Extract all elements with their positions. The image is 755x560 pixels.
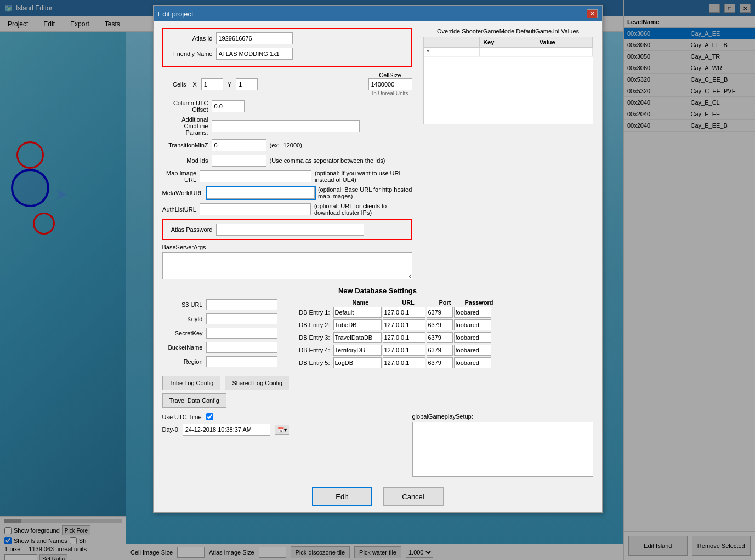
override-key-cell [480,48,536,56]
use-utc-checkbox[interactable] [206,413,213,420]
db-entry-url-1[interactable] [383,319,425,330]
db-entry-port-3[interactable] [427,345,453,356]
db-entry-url-4[interactable] [383,357,425,368]
gameplay-label: globalGameplaySetup: [412,413,593,420]
db-entry-password-4[interactable] [454,357,491,368]
db-entry-label: DB Entry 4: [294,347,332,353]
y-label: Y [228,81,231,88]
atlaspassword-label: Atlas Password [167,226,216,233]
transitionminz-hint: (ex: -12000) [270,142,302,148]
db-entry-label: DB Entry 3: [294,334,332,341]
db-entry-name-3[interactable] [333,345,382,356]
cells-y-input[interactable]: 1 [236,78,258,90]
db-entry-label: DB Entry 2: [294,322,332,328]
gameplay-textarea[interactable] [412,422,593,477]
left-form: Atlas Id 1929616676 Friendly Name ATLAS … [162,28,412,281]
override-row: * [424,48,593,57]
modids-input[interactable] [212,155,266,167]
transitionminz-label: TransitionMinZ [162,142,212,148]
mapimage-row: Map Image URL (optional: If you want to … [162,170,412,183]
keyid-row: KeyId [162,313,283,324]
keyid-input[interactable] [206,313,277,324]
db-entry-port-0[interactable] [427,307,453,318]
utc-row: Use UTC Time [162,413,401,420]
utc-offset-row: Column UTCOffset 0.0 [162,100,412,113]
override-star: * [424,48,480,56]
db-entry-row: DB Entry 1: [294,307,593,318]
day0-label: Day-0 [162,426,178,433]
dialog-title: Edit project [158,10,194,18]
cells-label: Cells [162,81,190,88]
db-entry-name-2[interactable] [333,332,382,343]
tribe-log-config-button[interactable]: Tribe Log Config [162,376,221,390]
cmdline-row: AdditionalCmdLine Params: [162,116,412,136]
config-buttons-2: Travel Data Config [162,393,593,408]
override-section: Override ShooterGameMode DefaultGame.ini… [423,28,593,281]
travel-data-config-button[interactable]: Travel Data Config [162,393,226,408]
secretkey-row: SecretKey [162,328,283,339]
db-entry-password-1[interactable] [454,319,491,330]
db-entry-url-0[interactable] [383,307,425,318]
db-entry-port-1[interactable] [427,319,453,330]
mapimage-label: Map Image URL [162,170,200,183]
day0-calendar-button[interactable]: 📅▾ [275,425,289,435]
db-entry-password-2[interactable] [454,332,491,343]
secretkey-label: SecretKey [162,330,206,336]
region-row: Region [162,356,283,367]
atlas-id-row: Atlas Id 1929616676 [167,32,408,44]
cells-x-input[interactable]: 1 [201,78,223,90]
authlist-row: AuthListURL (optional: URL for clients t… [162,203,412,216]
metaworld-label: MetaWorldURL [162,190,207,196]
db-entry-port-4[interactable] [427,357,453,368]
transitionminz-row: TransitionMinZ 0 (ex: -12000) [162,139,412,151]
cancel-button[interactable]: Cancel [383,487,444,506]
metaworld-input[interactable] [207,187,315,199]
day0-input[interactable]: 24-12-2018 10:38:37 AM [183,424,270,436]
db-entry-password-0[interactable] [454,307,491,318]
override-title: Override ShooterGameMode DefaultGame.ini… [423,28,593,35]
gameplay-section: Use UTC Time Day-0 24-12-2018 10:38:37 A… [162,413,593,478]
region-label: Region [162,358,206,365]
baseserverargs-textarea[interactable] [162,252,412,279]
s3url-input[interactable] [206,299,277,310]
bottom-buttons: Edit Cancel [162,487,593,506]
db-url-header: URL [387,299,430,306]
db-entry-url-2[interactable] [383,332,425,343]
cellsize-label: CellSize [379,72,401,78]
utc-offset-input[interactable]: 0.0 [212,100,245,112]
atlas-id-label: Atlas Id [167,35,216,42]
friendly-name-label: Friendly Name [167,50,216,57]
db-password-header: Password [460,299,498,306]
cmdline-input[interactable] [212,120,360,132]
db-entry-name-4[interactable] [333,357,382,368]
cmdline-label: AdditionalCmdLine Params: [162,116,212,136]
authlist-hint: (optional: URL for clients to download c… [314,203,412,216]
mapimage-input[interactable] [200,170,311,182]
secretkey-input[interactable] [206,328,277,339]
modal-overlay: Edit project ✕ Atlas Id 1929616676 [0,0,755,560]
db-entry-password-3[interactable] [454,345,491,356]
edit-button[interactable]: Edit [312,487,372,506]
bucketname-label: BucketName [162,344,206,351]
region-input[interactable] [206,356,277,367]
bucketname-input[interactable] [206,342,277,353]
keyid-label: KeyId [162,316,206,322]
atlas-id-input[interactable]: 1929616676 [216,32,293,44]
shared-log-config-button[interactable]: Shared Log Config [225,376,289,390]
atlaspassword-input[interactable] [216,224,364,236]
authlist-input[interactable] [200,203,311,215]
friendly-name-row: Friendly Name ATLAS MODDING 1x1 [167,48,408,60]
new-db-title: New Database Settings [162,287,593,295]
db-entry-name-0[interactable] [333,307,382,318]
cellsize-input[interactable]: 1400000 [368,78,412,90]
dialog-close-button[interactable]: ✕ [587,9,598,18]
transitionminz-input[interactable]: 0 [212,139,266,151]
db-entry-port-2[interactable] [427,332,453,343]
db-entries: DB Entry 1: DB Entry 2: DB Entry 3: DB E… [294,307,593,368]
override-header: Key Value [424,37,593,48]
db-entry-url-3[interactable] [383,345,425,356]
db-name-header: Name [336,299,385,306]
db-entry-name-1[interactable] [333,319,382,330]
db-entry-row: DB Entry 5: [294,357,593,368]
friendly-name-input[interactable]: ATLAS MODDING 1x1 [216,48,293,60]
